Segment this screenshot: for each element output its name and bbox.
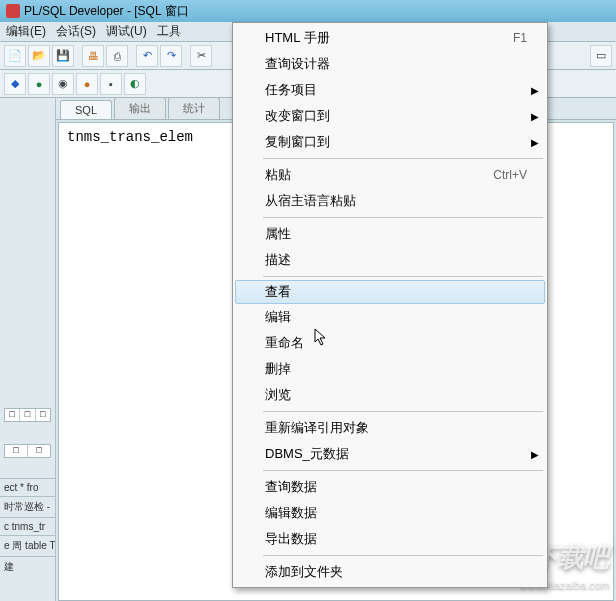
menu-separator xyxy=(263,411,543,412)
db-button-4[interactable]: ● xyxy=(76,73,98,95)
menu-tools[interactable]: 工具 xyxy=(157,23,181,40)
menu-add-to-folder[interactable]: 添加到文件夹 xyxy=(235,559,545,585)
tab-sql[interactable]: SQL xyxy=(60,100,112,119)
redo-button[interactable]: ↷ xyxy=(160,45,182,67)
submenu-arrow-icon: ▶ xyxy=(531,449,539,460)
tool-button[interactable]: ▭ xyxy=(590,45,612,67)
menu-export-data[interactable]: 导出数据 xyxy=(235,526,545,552)
menu-paste[interactable]: 粘贴Ctrl+V xyxy=(235,162,545,188)
sidebar-nav-1[interactable]: □□□ xyxy=(4,408,51,422)
menu-separator xyxy=(263,217,543,218)
menu-copy-window-to[interactable]: 复制窗口到▶ xyxy=(235,129,545,155)
db-button-5[interactable]: ▪ xyxy=(100,73,122,95)
db-button-3[interactable]: ◉ xyxy=(52,73,74,95)
menu-rename[interactable]: 重命名 xyxy=(235,330,545,356)
window-titlebar: PL/SQL Developer - [SQL 窗口 xyxy=(0,0,616,22)
db-button-6[interactable]: ◐ xyxy=(124,73,146,95)
menu-query-data[interactable]: 查询数据 xyxy=(235,474,545,500)
undo-button[interactable]: ↶ xyxy=(136,45,158,67)
menu-paste-from-host[interactable]: 从宿主语言粘贴 xyxy=(235,188,545,214)
menu-browse[interactable]: 浏览 xyxy=(235,382,545,408)
menu-separator xyxy=(263,470,543,471)
menu-separator xyxy=(263,276,543,277)
sidebar-snippet-5[interactable]: 建 xyxy=(0,556,55,577)
sidebar-nav-2[interactable]: □□ xyxy=(4,444,51,458)
submenu-arrow-icon: ▶ xyxy=(531,85,539,96)
menu-view[interactable]: 查看 xyxy=(235,280,545,304)
menu-session[interactable]: 会话(S) xyxy=(56,23,96,40)
sidebar-snippet-3[interactable]: c tnms_tr xyxy=(0,517,55,535)
tab-stats[interactable]: 统计 xyxy=(168,97,220,119)
submenu-arrow-icon: ▶ xyxy=(531,111,539,122)
cut-button[interactable]: ✂ xyxy=(190,45,212,67)
menu-debug[interactable]: 调试(U) xyxy=(106,23,147,40)
sidebar-snippet-1[interactable]: ect * fro xyxy=(0,478,55,496)
menu-edit-data[interactable]: 编辑数据 xyxy=(235,500,545,526)
submenu-arrow-icon: ▶ xyxy=(531,137,539,148)
menu-edit-item[interactable]: 编辑 xyxy=(235,304,545,330)
menu-properties[interactable]: 属性 xyxy=(235,221,545,247)
menu-separator xyxy=(263,555,543,556)
menu-describe[interactable]: 描述 xyxy=(235,247,545,273)
window-title: PL/SQL Developer - [SQL 窗口 xyxy=(24,3,189,20)
menu-edit[interactable]: 编辑(E) xyxy=(6,23,46,40)
menu-separator xyxy=(263,158,543,159)
sidebar-snippet-2[interactable]: 时常巡检 - xyxy=(0,496,55,517)
menu-delete[interactable]: 删掉 xyxy=(235,356,545,382)
menu-dbms-metadata[interactable]: DBMS_元数据▶ xyxy=(235,441,545,467)
save-button[interactable]: 💾 xyxy=(52,45,74,67)
menu-recompile-refs[interactable]: 重新编译引用对象 xyxy=(235,415,545,441)
app-icon xyxy=(6,4,20,18)
editor-content: tnms_trans_elem xyxy=(67,129,193,145)
sidebar: □□□ □□ ect * fro 时常巡检 - c tnms_tr e 周 ta… xyxy=(0,98,56,601)
tab-output[interactable]: 输出 xyxy=(114,97,166,119)
menu-html-manual[interactable]: HTML 手册F1 xyxy=(235,25,545,51)
print-button[interactable]: 🖶 xyxy=(82,45,104,67)
sidebar-snippet-4[interactable]: e 周 table T xyxy=(0,535,55,556)
new-button[interactable]: 📄 xyxy=(4,45,26,67)
print-preview-button[interactable]: ⎙ xyxy=(106,45,128,67)
db-button-1[interactable]: ◆ xyxy=(4,73,26,95)
menu-change-window-to[interactable]: 改变窗口到▶ xyxy=(235,103,545,129)
menu-query-designer[interactable]: 查询设计器 xyxy=(235,51,545,77)
db-button-2[interactable]: ● xyxy=(28,73,50,95)
open-button[interactable]: 📂 xyxy=(28,45,50,67)
menu-task-items[interactable]: 任务项目▶ xyxy=(235,77,545,103)
context-menu: HTML 手册F1 查询设计器 任务项目▶ 改变窗口到▶ 复制窗口到▶ 粘贴Ct… xyxy=(232,22,548,588)
